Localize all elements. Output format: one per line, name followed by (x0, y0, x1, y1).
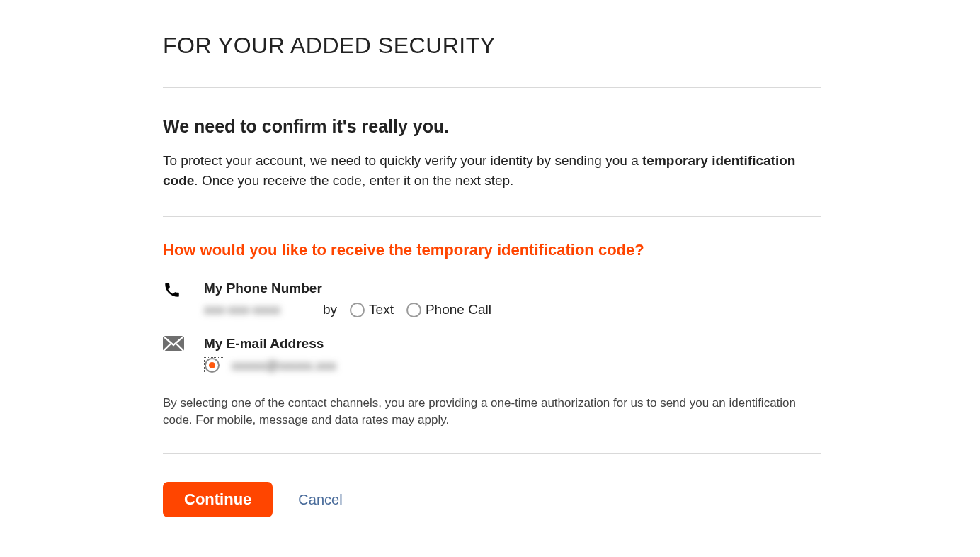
radio-circle-selected-icon (205, 358, 220, 373)
phone-by-label: by (323, 302, 337, 317)
fineprint-text: By selecting one of the contact channels… (163, 395, 821, 429)
mail-icon (163, 336, 204, 354)
intro-plain: To protect your account, we need to quic… (163, 153, 642, 168)
email-address-masked: xxxxx@xxxxx.xxx (232, 358, 352, 373)
phone-channel: My Phone Number xxx-xxx-xxxx by Text Pho… (163, 281, 821, 317)
subtitle: We need to confirm it's really you. (163, 116, 821, 137)
security-verification-page: FOR YOUR ADDED SECURITY We need to confi… (163, 0, 821, 517)
page-title: FOR YOUR ADDED SECURITY (163, 33, 821, 59)
divider-bottom (163, 453, 821, 454)
email-channel: My E-mail Address xxxxx@xxxxx.xxx (163, 336, 821, 373)
phone-label: My Phone Number (204, 281, 821, 296)
phone-icon (163, 281, 204, 302)
divider-mid (163, 216, 821, 217)
email-label: My E-mail Address (204, 336, 821, 351)
radio-circle-icon (406, 303, 421, 317)
intro-tail: . Once you receive the code, enter it on… (194, 173, 513, 188)
radio-phone-call[interactable]: Phone Call (406, 302, 491, 317)
cancel-link[interactable]: Cancel (298, 492, 342, 508)
divider-top (163, 87, 821, 88)
continue-button[interactable]: Continue (163, 482, 273, 517)
radio-text[interactable]: Text (350, 302, 394, 317)
intro-text: To protect your account, we need to quic… (163, 151, 821, 191)
radio-call-label: Phone Call (426, 302, 491, 317)
question-heading: How would you like to receive the tempor… (163, 241, 821, 259)
phone-number-masked: xxx-xxx-xxxx (204, 302, 282, 317)
radio-circle-icon (350, 303, 365, 317)
radio-text-label: Text (369, 302, 394, 317)
radio-email[interactable] (204, 357, 224, 373)
action-bar: Continue Cancel (163, 482, 821, 517)
